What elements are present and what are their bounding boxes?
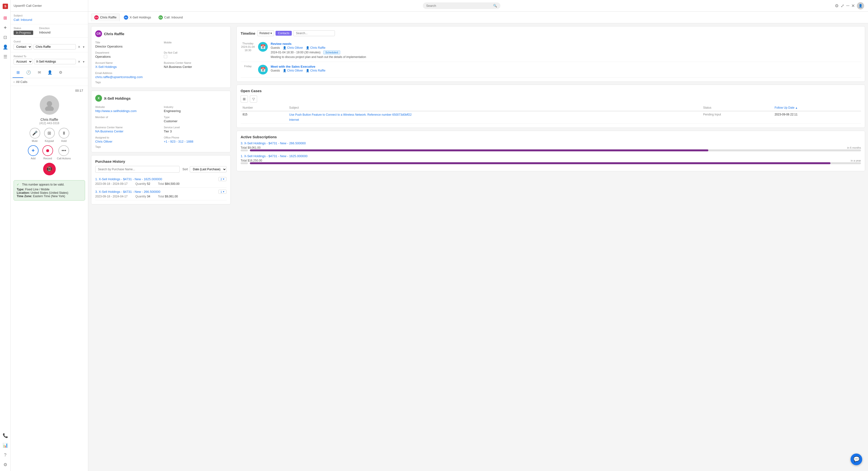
purchase-name-1[interactable]: 1. X-Sell Holdings - $4731 - New - 1625.… xyxy=(95,177,162,181)
nav-modules[interactable]: ☰ xyxy=(1,52,10,61)
panel-nav-settings[interactable]: ⚙ xyxy=(55,67,66,78)
industry-value: Engineering xyxy=(164,109,226,113)
purchase-date-2: 2023-09-18 - 2024-04-17 xyxy=(95,195,127,198)
sub-title-2[interactable]: 1. X-Sell Holdings - $4731 - New - 1625.… xyxy=(241,154,861,158)
contact-card: CR Chris Raffle Title Director Operation… xyxy=(91,26,231,88)
case-subject-link[interactable]: Use Push Button Feature to Connect to a … xyxy=(289,113,699,117)
chat-button[interactable]: 💬 xyxy=(850,453,862,465)
logo-icon[interactable]: S xyxy=(1,2,10,11)
timeline-event-title-1[interactable]: Review needs xyxy=(271,42,861,46)
tab-call-inbound[interactable]: Ca Call: Inbound xyxy=(155,13,186,21)
call-actions-button[interactable]: ••• Call Actions xyxy=(57,145,71,160)
col-follow-up[interactable]: Follow Up Date ▲ xyxy=(773,105,861,111)
panel-nav-email[interactable]: ✉ xyxy=(34,67,44,78)
guest-2a[interactable]: 👤 Chris Olliver xyxy=(283,69,303,72)
timeline-event-title-2[interactable]: Meet with the Sales Executive xyxy=(271,65,861,68)
case-tag-link[interactable]: Internet xyxy=(289,118,299,121)
record-button[interactable]: ⏺ Record xyxy=(42,145,53,160)
case-status: Pending Input xyxy=(701,111,773,123)
subscription-item-1: 3. X-Sell Holdings - $4731 - New - 266.5… xyxy=(241,141,861,151)
email-value[interactable]: chris.raffle@upsertconsulting.com xyxy=(95,75,226,79)
do-not-call-checkbox[interactable] xyxy=(164,55,226,58)
timeline-header: Timeline Related ▾ Contacts xyxy=(241,30,861,36)
tab-chris-raffle[interactable]: Co Chris Raffle xyxy=(91,13,120,21)
minimize-icon[interactable]: ─ xyxy=(846,3,849,8)
nav-contacts[interactable]: 👤 xyxy=(1,43,10,52)
assigned-to-field: Assigned to Chris Olliver xyxy=(95,136,158,143)
related-type-select[interactable]: Account Contact xyxy=(13,59,32,64)
guest-1a[interactable]: 👤 Chris Olliver xyxy=(283,46,303,50)
tab-x-sell[interactable]: Ac X-Sell Holdings xyxy=(121,13,154,21)
account-business-center-value[interactable]: NA Business Center xyxy=(95,129,158,133)
nav-reports[interactable]: 📊 xyxy=(1,441,10,450)
guest-name-input[interactable] xyxy=(33,44,76,50)
guest-1b[interactable]: 👤 Chris Raffle xyxy=(306,46,325,50)
subject-value[interactable]: Call: Inbound xyxy=(13,18,85,22)
related-name-input[interactable] xyxy=(34,59,76,64)
nav-create[interactable]: + xyxy=(1,23,10,32)
end-call-button[interactable]: 📵 xyxy=(43,163,56,175)
caller-phone: (412) 443-3318 xyxy=(39,121,59,125)
guest-2a-icon: 👤 xyxy=(283,69,286,72)
website-field: Website http://www.x-sellholdings.com xyxy=(95,106,158,113)
purchase-name-2[interactable]: 3. X-Sell Holdings - $4731 - New - 266.5… xyxy=(95,190,160,194)
hold-button[interactable]: ⏸ Hold xyxy=(59,128,69,142)
close-icon[interactable]: ✕ xyxy=(851,3,855,8)
record-icon: ⏺ xyxy=(42,145,53,156)
purchase-qty-1: 52 xyxy=(147,182,150,185)
timeline-content-1: Review needs Guests 👤 Chris Olliver 👤 Ch… xyxy=(271,42,861,59)
call-center-header: Upsert® Call Center xyxy=(11,0,88,12)
account-name: X-Sell Holdings xyxy=(104,96,131,100)
nav-home[interactable]: ⊞ xyxy=(1,13,10,22)
related-filter-button[interactable]: Related ▾ xyxy=(257,30,274,36)
grid-view-button[interactable]: ⊞ xyxy=(241,95,248,102)
call-controls: 00:17 Chris Raffle (412) 443-3318 🎤 Mute… xyxy=(11,86,88,178)
user-avatar[interactable]: 👤 xyxy=(857,2,864,9)
cases-header-row: Number Subject Status Follow Up Date xyxy=(241,105,861,111)
panel-nav-person[interactable]: 👤 xyxy=(44,67,55,78)
subject-label: Subject xyxy=(13,14,85,17)
related-dropdown-button[interactable]: ▾ xyxy=(83,59,85,64)
panel-nav-grid[interactable]: ⊞ xyxy=(12,67,23,78)
nav-help[interactable]: ? xyxy=(1,451,10,459)
keypad-button[interactable]: ⊞ Keypad xyxy=(44,128,55,142)
website-value[interactable]: http://www.x-sellholdings.com xyxy=(95,109,158,113)
caller-name: Chris Raffle xyxy=(39,118,59,121)
related-to-label: Related To xyxy=(13,55,85,58)
clear-related-button[interactable]: ✕ xyxy=(77,59,81,64)
purchase-badge-2[interactable]: 1 ▾ xyxy=(218,190,226,194)
office-phone-label: Office Phone xyxy=(164,136,226,139)
all-calls-header[interactable]: ‹ All Calls xyxy=(11,78,88,86)
nav-phone[interactable]: 📞 xyxy=(1,431,10,440)
assigned-to-value[interactable]: Chris Olliver xyxy=(95,140,158,143)
subscription-item-2: 1. X-Sell Holdings - $4731 - New - 1625.… xyxy=(241,154,861,164)
mute-button[interactable]: 🎤 Mute xyxy=(30,128,40,142)
office-phone-value[interactable]: +1 - 923 - 312 - 1888 xyxy=(164,140,226,143)
filter-button[interactable]: ▽ xyxy=(250,95,257,102)
purchase-search-input[interactable] xyxy=(95,166,180,173)
purchase-badge-1[interactable]: 2 ▾ xyxy=(218,177,226,181)
guest-dropdown-button[interactable]: ▾ xyxy=(83,45,85,49)
nav-settings[interactable]: ⚙ xyxy=(1,460,10,469)
chat-icon: 💬 xyxy=(853,456,860,463)
business-center-label: Business Center Name xyxy=(164,61,226,64)
sub-bar-fill-1 xyxy=(250,149,708,151)
account-name-value[interactable]: X-Sell Holdings xyxy=(95,65,158,69)
panel-nav-history[interactable]: 🕐 xyxy=(23,67,34,78)
nav-dashboard[interactable]: ⊡ xyxy=(1,33,10,42)
clear-guest-button[interactable]: ✕ xyxy=(77,45,81,49)
timeline-search-input[interactable] xyxy=(293,30,335,36)
sort-select[interactable]: Date (Last Purchase) xyxy=(190,166,226,172)
purchase-qty-label-1: Quantity 52 xyxy=(135,182,150,185)
sub-bar-container-2 xyxy=(241,162,861,164)
expand-icon[interactable]: ⤢ xyxy=(841,3,844,8)
mute-icon: 🎤 xyxy=(30,128,40,139)
case-number: 815 xyxy=(241,111,287,123)
contacts-filter-button[interactable]: Contacts xyxy=(276,31,292,36)
add-button[interactable]: + Add xyxy=(28,145,38,160)
guest-2b[interactable]: 👤 Chris Raffle xyxy=(306,69,325,72)
settings-icon[interactable]: ⚙ xyxy=(835,3,839,8)
sub-title-1[interactable]: 3. X-Sell Holdings - $4731 - New - 266.5… xyxy=(241,141,861,145)
search-input[interactable] xyxy=(426,4,491,7)
guest-type-select[interactable]: Contact Lead xyxy=(13,44,32,50)
